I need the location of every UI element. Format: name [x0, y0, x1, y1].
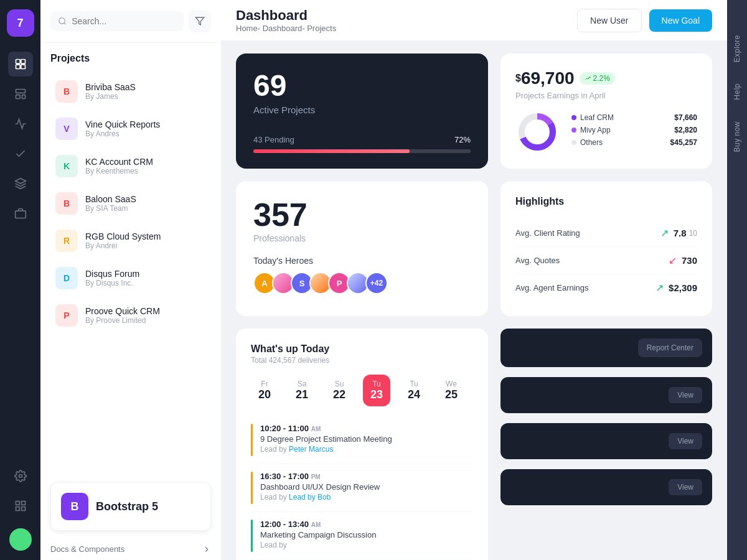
project-logo: D [55, 267, 78, 289]
view-button-2[interactable]: View [669, 433, 702, 449]
user-number[interactable]: 7 [7, 9, 34, 37]
event-lead-link-2[interactable]: Lead by Bob [289, 493, 331, 502]
donut-area: Leaf CRM $7,660 Mivy App $2,820 Others $… [515, 110, 697, 154]
svg-line-15 [64, 23, 66, 25]
event-bar-1 [251, 424, 253, 456]
bootstrap-card[interactable]: B Bootstrap 5 [50, 482, 211, 531]
project-item-rgb-cloud-system[interactable]: R RGB Cloud System By Andrei [50, 223, 211, 258]
svg-marker-16 [195, 17, 204, 25]
project-logo: V [55, 118, 78, 140]
sidebar-item-chart[interactable] [8, 111, 33, 136]
svg-rect-4 [16, 90, 25, 93]
trend-up-icon: ↗ [660, 227, 669, 239]
calendar-row: Fr20 Sa21 Su22 Tu23 Tu24 We25 [251, 375, 473, 406]
projects-section: Projects B Briviba SaaS By James V Vine … [40, 43, 221, 475]
search-input[interactable] [72, 16, 176, 26]
cal-day-22[interactable]: Su22 [326, 375, 353, 406]
earnings-amount: 69,700 [521, 68, 575, 88]
sidebar-item-grid[interactable] [8, 82, 33, 106]
pending-pct: 72% [454, 135, 471, 144]
svg-rect-8 [15, 211, 26, 218]
svg-rect-1 [21, 60, 25, 64]
sidebar-item-layers[interactable] [8, 171, 33, 196]
schedule-subtitle: Total 424,567 deliveries [251, 356, 473, 365]
tab-help[interactable]: Help [728, 73, 746, 110]
view-card-2: View [500, 423, 712, 459]
highlight-row-rating: Avg. Client Rating ↗ 7.8 10 [515, 220, 697, 247]
event-title-3: Marketing Campaign Discussion [260, 530, 376, 539]
event-lead-3: Lead by [260, 541, 376, 549]
professionals-card: 357 Professionals Today's Heroes A S P [236, 181, 488, 316]
project-logo: K [55, 155, 78, 177]
bootstrap-label: Bootstrap 5 [96, 500, 158, 513]
cal-day-20[interactable]: Fr20 [251, 375, 278, 406]
event-item-3: 12:00 - 13:40 AM Marketing Campaign Disc… [251, 512, 473, 560]
trend-down-icon: ↙ [669, 254, 677, 266]
sidebar-item-home[interactable] [8, 52, 33, 77]
project-item-briviba-saas[interactable]: B Briviba SaaS By James [50, 74, 211, 109]
highlights-title: Highlights [515, 196, 697, 207]
sidebar-item-briefcase[interactable] [8, 201, 33, 226]
top-actions: New User New Goal [577, 9, 712, 32]
projects-list: B Briviba SaaS By James V Vine Quick Rep… [50, 74, 211, 333]
dashboard-grid: 69 Active Projects 43 Pending 72% $ 69,7… [221, 41, 727, 560]
legend-item-leaf: Leaf CRM $7,660 [571, 113, 697, 122]
cal-day-25[interactable]: We25 [438, 375, 465, 406]
highlight-row-quotes: Avg. Quotes ↙ 730 [515, 247, 697, 274]
project-item-disqus-forum[interactable]: D Disqus Forum By Disqus Inc. [50, 261, 211, 296]
right-col: Report Center View View View [500, 329, 712, 560]
report-center-button[interactable]: Report Center [638, 338, 702, 357]
cal-day-21[interactable]: Sa21 [288, 375, 316, 406]
event-time-1: 10:20 - 11:00 AM [260, 424, 392, 433]
new-goal-button[interactable]: New Goal [649, 9, 712, 32]
project-item-kc-account-crm[interactable]: K KC Account CRM By Keenthemes [50, 149, 211, 184]
docs-link[interactable]: Docs & Components [40, 538, 221, 560]
project-item-vine-quick-reports[interactable]: V Vine Quick Reports By Andres [50, 111, 211, 146]
pending-row: 43 Pending 72% [253, 135, 471, 144]
view-button-3[interactable]: View [669, 479, 702, 495]
earnings-subtitle: Projects Earnings in April [515, 91, 697, 100]
left-panel: Projects B Briviba SaaS By James V Vine … [40, 0, 221, 560]
search-input-wrap[interactable] [50, 11, 184, 31]
cal-day-23[interactable]: Tu23 [363, 375, 390, 406]
cal-day-24[interactable]: Tu24 [400, 375, 428, 406]
project-item-proove-quick-crm[interactable]: P Proove Quick CRM By Proove Limited [50, 298, 211, 333]
pending-label: 43 Pending [253, 135, 294, 144]
event-title-1: 9 Degree Project Estimation Meeting [260, 434, 392, 444]
tab-buy-now[interactable]: Buy now [728, 111, 746, 162]
sidebar-item-modules[interactable] [8, 493, 33, 518]
view-button-1[interactable]: View [669, 387, 702, 403]
search-bar [40, 0, 221, 43]
hero-avatar-more: +42 [365, 272, 388, 294]
schedule-title: What's up Today [251, 343, 473, 355]
filter-button[interactable] [189, 10, 211, 32]
donut-chart [515, 110, 559, 154]
view-card-3: View [500, 469, 712, 505]
event-time-3: 12:00 - 13:40 AM [260, 520, 376, 529]
sidebar-user-avatar[interactable] [9, 528, 32, 551]
event-bar-2 [251, 472, 253, 504]
event-lead-link-1[interactable]: Peter Marcus [289, 445, 333, 454]
new-user-button[interactable]: New User [577, 9, 641, 32]
heroes-avatars: A S P +42 [253, 272, 471, 294]
earnings-currency: $ [515, 73, 521, 84]
svg-rect-5 [16, 95, 20, 99]
page-title-area: Dashboard Home- Dashboard- Projects [236, 7, 336, 33]
project-item-baloon-saas[interactable]: B Baloon SaaS By SIA Team [50, 186, 211, 221]
search-icon [58, 16, 67, 26]
sidebar-item-settings[interactable] [8, 464, 33, 488]
highlights-card: Highlights Avg. Client Rating ↗ 7.8 10 A… [500, 181, 712, 316]
view-card-1: View [500, 377, 712, 413]
filter-icon [195, 16, 205, 26]
svg-marker-7 [15, 179, 26, 184]
svg-rect-13 [16, 507, 19, 511]
active-projects-card: 69 Active Projects 43 Pending 72% [236, 54, 488, 169]
active-projects-label: Active Projects [253, 105, 471, 115]
project-logo: B [55, 192, 78, 215]
sidebar: 7 [0, 0, 40, 560]
svg-rect-2 [16, 65, 20, 69]
sidebar-item-check[interactable] [8, 141, 33, 166]
tab-explore[interactable]: Explore [728, 25, 746, 72]
svg-point-14 [59, 18, 65, 24]
legend-item-mivy: Mivy App $2,820 [571, 126, 697, 134]
